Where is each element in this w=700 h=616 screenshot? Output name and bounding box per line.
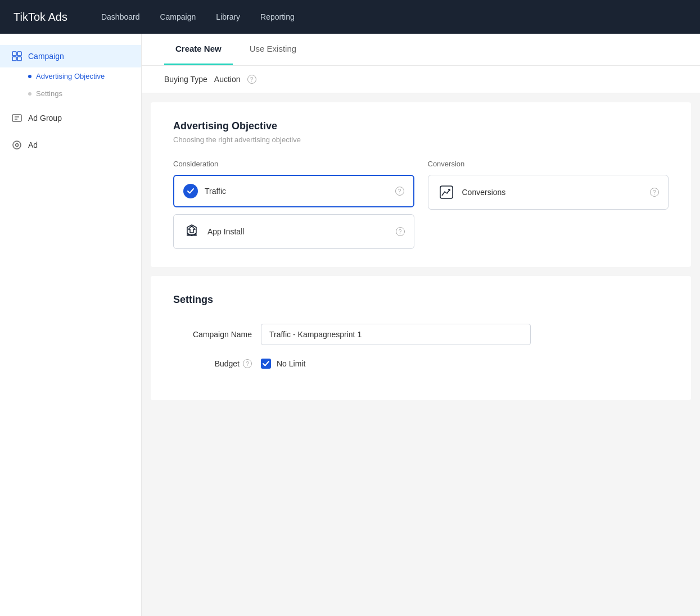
campaign-name-input[interactable] <box>261 324 531 345</box>
page-layout: Campaign Advertising Objective Settings <box>0 34 700 616</box>
nav-dashboard[interactable]: Dashboard <box>101 12 140 21</box>
sidebar-subitem-settings[interactable]: Settings <box>0 85 141 102</box>
settings-label: Settings <box>36 89 62 98</box>
conversions-card-left: Conversions <box>437 183 506 201</box>
sidebar: Campaign Advertising Objective Settings <box>0 34 142 616</box>
logo-bold: TikTok <box>13 11 46 23</box>
sidebar-campaign-label: Campaign <box>28 52 64 61</box>
advertising-objective-title: Advertising Objective <box>173 120 669 132</box>
sidebar-section-campaign: Campaign Advertising Objective Settings <box>0 45 141 102</box>
tabs-bar: Create New Use Existing <box>142 34 700 66</box>
sidebar-item-campaign[interactable]: Campaign <box>0 45 141 67</box>
sidebar-subitem-advertising-objective[interactable]: Advertising Objective <box>0 67 141 85</box>
tab-use-existing[interactable]: Use Existing <box>238 34 308 65</box>
consideration-column: Consideration Traffic ? <box>173 160 414 249</box>
svg-rect-11 <box>440 186 453 198</box>
adgroup-label: Ad Group <box>28 114 62 123</box>
nav-library[interactable]: Library <box>216 12 240 21</box>
svg-point-8 <box>16 144 19 147</box>
budget-options: No Limit <box>261 359 305 369</box>
logo-light: Ads <box>46 11 67 23</box>
budget-row: Budget ? No Limit <box>173 359 669 369</box>
traffic-check-icon <box>183 184 198 198</box>
svg-rect-3 <box>17 57 21 61</box>
svg-point-7 <box>13 141 21 149</box>
sidebar-item-ad[interactable]: Ad <box>0 134 141 156</box>
budget-label: Budget <box>215 359 240 368</box>
svg-rect-2 <box>12 57 16 61</box>
no-limit-checkbox[interactable] <box>261 359 271 369</box>
campaign-name-row: Campaign Name <box>173 324 669 345</box>
buying-type-label: Buying Type <box>164 75 207 84</box>
campaign-name-label: Campaign Name <box>173 330 252 339</box>
traffic-card-left: Traffic <box>183 184 226 198</box>
svg-rect-0 <box>12 52 16 56</box>
no-limit-label: No Limit <box>277 359 305 368</box>
objectives-grid: Consideration Traffic ? <box>173 160 669 249</box>
nav-links: Dashboard Campaign Library Reporting <box>101 12 295 21</box>
campaign-icon <box>11 51 22 62</box>
svg-rect-1 <box>17 52 21 56</box>
conversion-column: Conversion Conversions <box>428 160 669 249</box>
sidebar-section-adgroup: Ad Group <box>0 107 141 129</box>
advertising-objective-section: Advertising Objective Choosing the right… <box>151 102 691 267</box>
settings-title: Settings <box>173 294 669 306</box>
tab-create-new[interactable]: Create New <box>164 34 233 65</box>
app-install-label: App Install <box>207 227 244 236</box>
dot-settings <box>28 92 31 96</box>
settings-section: Settings Campaign Name Budget ? <box>151 276 691 400</box>
buying-type-info-icon[interactable]: ? <box>247 75 256 84</box>
dot-advertising-objective <box>28 75 31 78</box>
ad-label: Ad <box>28 141 38 150</box>
conversions-info-icon[interactable]: ? <box>650 188 659 197</box>
adgroup-icon <box>11 112 22 124</box>
traffic-info-icon[interactable]: ? <box>395 187 404 196</box>
sidebar-section-ad: Ad <box>0 134 141 156</box>
app-install-icon <box>183 223 201 241</box>
traffic-label: Traffic <box>205 187 226 196</box>
top-navigation: TikTok Ads Dashboard Campaign Library Re… <box>0 0 700 34</box>
advertising-objective-subtitle: Choosing the right advertising objective <box>173 135 669 144</box>
advertising-objective-label: Advertising Objective <box>36 72 105 80</box>
ad-icon <box>11 139 22 151</box>
app-install-info-icon[interactable]: ? <box>396 227 405 236</box>
conversion-label: Conversion <box>428 160 669 168</box>
main-content: Create New Use Existing Buying Type Auct… <box>142 34 700 616</box>
nav-reporting[interactable]: Reporting <box>260 12 295 21</box>
svg-rect-4 <box>12 115 21 121</box>
nav-campaign[interactable]: Campaign <box>160 12 196 21</box>
consideration-label: Consideration <box>173 160 414 168</box>
sidebar-item-adgroup[interactable]: Ad Group <box>0 107 141 129</box>
objective-card-conversions[interactable]: Conversions ? <box>428 175 669 210</box>
conversions-icon <box>437 183 455 201</box>
conversions-label: Conversions <box>462 188 506 197</box>
logo: TikTok Ads <box>13 11 67 24</box>
buying-type-value: Auction <box>214 75 241 84</box>
objective-card-traffic[interactable]: Traffic ? <box>173 175 414 207</box>
buying-type-row: Buying Type Auction ? <box>142 66 700 93</box>
app-install-card-left: App Install <box>183 223 244 241</box>
budget-info-icon[interactable]: ? <box>243 359 252 368</box>
objective-card-app-install[interactable]: App Install ? <box>173 214 414 249</box>
